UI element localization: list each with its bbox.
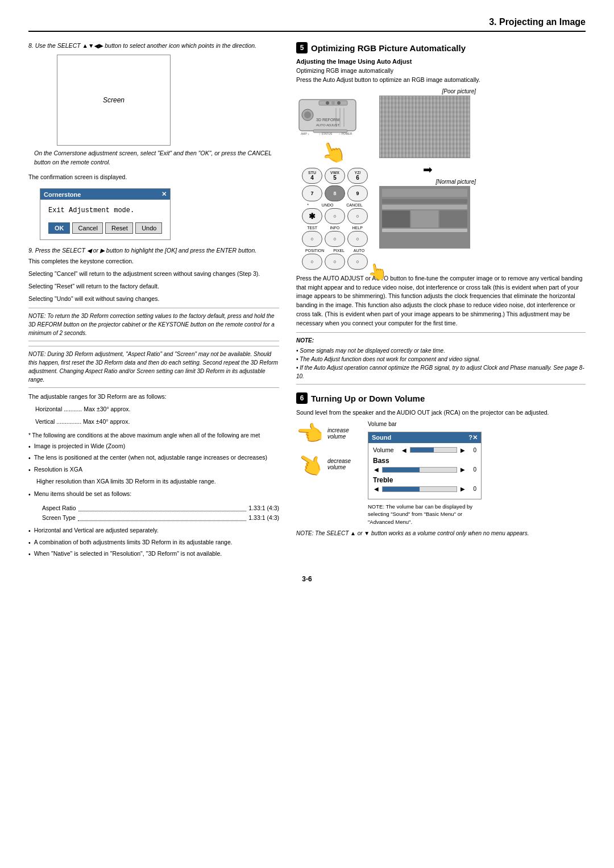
close-icon[interactable]: ✕: [161, 191, 167, 198]
volume-value: 0: [468, 447, 476, 453]
bullet-text: Horizontal and Vertical are adjusted sep…: [34, 526, 159, 536]
svg-text:3D REFORM: 3D REFORM: [316, 118, 339, 122]
key-position[interactable]: ○: [302, 254, 322, 270]
keypad-area: STU 4 VWX 5 YZ/ 6: [296, 168, 370, 270]
key-pixel[interactable]: ○: [325, 254, 345, 270]
svg-text:AUTO ADJUST: AUTO ADJUST: [316, 123, 340, 127]
key-test[interactable]: ○: [302, 231, 322, 247]
svg-point-2: [304, 111, 311, 118]
bullet-text: Resolution is XGA: [34, 465, 82, 475]
bullet-item: • Menu items should be set as follows:: [28, 490, 279, 499]
bullet-text: The lens is positioned at the center (wh…: [34, 453, 267, 463]
svg-point-5: [331, 101, 335, 105]
note-label: NOTE:: [296, 336, 586, 345]
resolution-note: Higher resolution than XGA limits 3D Ref…: [36, 477, 279, 486]
key-star-label: *: [307, 203, 309, 207]
treble-bar-fill: [383, 487, 420, 491]
dotted-label: Screen Type: [42, 513, 76, 523]
key-auto-label: AUTO: [354, 249, 364, 253]
volume-dialog-title: Sound: [372, 434, 391, 441]
bullet-item: • Resolution is XGA: [28, 465, 279, 475]
svg-point-4: [326, 101, 329, 105]
key-8[interactable]: 8: [325, 185, 345, 201]
dotted-line-screen: Screen Type 1.33:1 (4:3): [42, 513, 279, 523]
bass-value: 0: [468, 466, 476, 473]
key-cancel[interactable]: ○: [347, 208, 368, 224]
key-4[interactable]: STU 4: [302, 168, 322, 184]
volume-dialog: Sound ?✕ Volume ◀: [368, 432, 482, 499]
key-star[interactable]: ✱: [302, 208, 322, 224]
treble-left-arrow[interactable]: ◀: [374, 486, 379, 492]
key-test-label: TEST: [307, 226, 317, 230]
step9-text: 9. Press the SELECT ◀ or ▶ button to hig…: [28, 247, 279, 254]
screen-label: Screen: [103, 96, 125, 104]
volume-note: NOTE: The SELECT ▲ or ▼ button works as …: [296, 529, 586, 538]
key-pixel-label: PIXEL: [333, 249, 345, 253]
note1: NOTE: To return the 3D Reform correction…: [28, 308, 279, 341]
key-9[interactable]: 9: [347, 185, 368, 201]
vertical-range: Vertical ............... Max ±40° approx…: [35, 418, 279, 427]
increase-label: increase volume: [327, 427, 359, 440]
main-content: 8. Use the SELECT ▲▼◀▶ button to select …: [28, 42, 586, 564]
bass-right-arrow[interactable]: ▶: [460, 466, 465, 473]
dotted-value: 1.33:1 (4:3): [248, 503, 279, 513]
screen-diagram: Screen: [57, 55, 171, 146]
cornerstone-body: Exit Adjustment mode. OK Cancel Reset Un…: [40, 200, 170, 239]
bass-row: ◀ ▶ 0: [373, 466, 476, 473]
bass-left-arrow[interactable]: ◀: [374, 466, 379, 473]
dotted-line-aspect: Aspect Ratio 1.33:1 (4:3): [42, 503, 279, 513]
note-item3: • If the Auto Adjust operation cannot op…: [296, 363, 586, 381]
key-5[interactable]: VWX 5: [325, 168, 345, 184]
volume-bar: [410, 447, 457, 453]
projector-svg: 3D REFORM AUTO ADJUST AMP ♪ ○ STATUS ○ P…: [296, 88, 364, 145]
bullet-item: • A combination of both adjustments limi…: [28, 538, 279, 548]
reset-button[interactable]: Reset: [105, 222, 133, 234]
para3: Selecting "Reset" will return to the fac…: [28, 282, 279, 291]
volume-close-icon[interactable]: ?✕: [468, 434, 478, 441]
volume-body: Volume ◀ ▶ 0 Bass: [368, 443, 481, 499]
step8-text: 8. Use the SELECT ▲▼◀▶ button to select …: [28, 42, 279, 49]
hand-cursor-icon: 👆: [317, 137, 350, 168]
section6-description: Sound level from the speaker and the AUD…: [296, 408, 586, 418]
para4: Selecting "Undo" will exit without savin…: [28, 295, 279, 304]
subtitle-normal: Optimizing RGB image automatically: [296, 67, 586, 74]
key-help[interactable]: ○: [347, 231, 368, 247]
bullet-item: • Image is projected in Wide (Zoom): [28, 442, 279, 452]
section5-body: Press the AUTO ADJUST or AUTO button to …: [296, 274, 586, 328]
bullet-text: When "Native" is selected in "Resolution…: [34, 549, 222, 559]
section5-description: Press the Auto Adjust button to optimize…: [296, 76, 586, 85]
treble-bar: [382, 486, 457, 492]
bullet-item: • The lens is positioned at the center (…: [28, 453, 279, 463]
page-header: 3. Projecting an Image: [28, 17, 586, 32]
cancel-button[interactable]: Cancel: [72, 222, 103, 234]
volume-dialog-area: Volume bar Sound ?✕ Volume ◀: [368, 421, 487, 526]
treble-right-arrow[interactable]: ▶: [460, 486, 465, 492]
key-auto[interactable]: ○: [347, 254, 368, 270]
key-0[interactable]: ○: [325, 208, 345, 224]
treble-value: 0: [468, 486, 476, 492]
undo-button[interactable]: Undo: [135, 222, 162, 234]
hand-auto-icon: 👆: [366, 261, 388, 283]
key-info[interactable]: ○: [325, 231, 345, 247]
treble-label: Treble: [373, 476, 476, 484]
poor-label: [Poor picture]: [379, 88, 476, 94]
hand-row-decrease: 👈 decrease volume: [296, 452, 359, 477]
bass-bar: [382, 467, 457, 473]
note2-text: NOTE: During 3D Reform adjustment, "Aspe…: [28, 350, 279, 384]
ok-button[interactable]: OK: [48, 222, 70, 234]
para2: Selecting "Cancel" will return to the ad…: [28, 270, 279, 279]
decrease-label: decrease volume: [327, 458, 359, 470]
normal-label: [Normal picture]: [379, 179, 476, 185]
volume-name: Volume: [373, 447, 399, 453]
volume-left-arrow[interactable]: ◀: [402, 447, 406, 453]
bullet-text: A combination of both adjustments limits…: [34, 538, 233, 548]
hand-increase-icon: 👈: [296, 421, 323, 446]
key-6[interactable]: YZ/ 6: [347, 168, 368, 184]
key-7[interactable]: 7: [302, 185, 322, 201]
volume-right-arrow[interactable]: ▶: [460, 447, 465, 453]
bullet-item: • When "Native" is selected in "Resoluti…: [28, 549, 279, 559]
bullets-section: • Image is projected in Wide (Zoom) • Th…: [28, 442, 279, 499]
section5-label: Optimizing RGB Picture Automatically: [311, 43, 466, 53]
dotted-lines: Aspect Ratio 1.33:1 (4:3) Screen Type 1.…: [42, 503, 279, 523]
volume-titlebar: Sound ?✕: [368, 432, 481, 443]
